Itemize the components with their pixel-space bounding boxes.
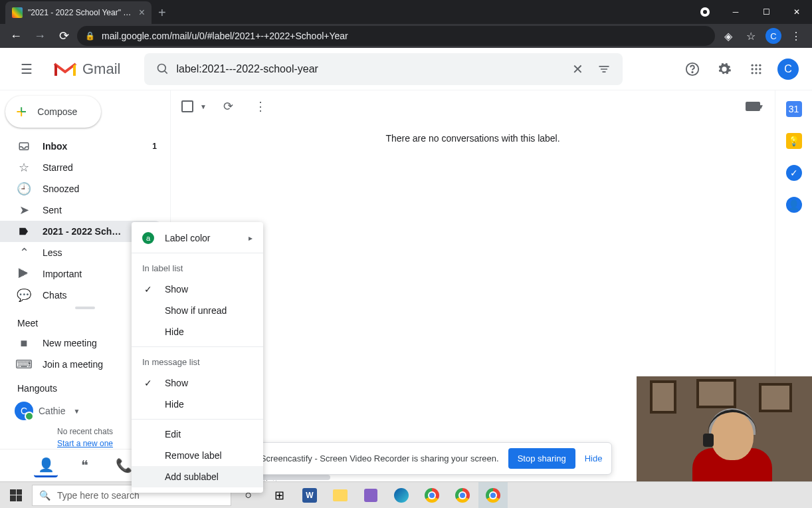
inbox-count: 1 — [152, 142, 157, 151]
input-tool-dropdown-icon[interactable]: ▼ — [758, 103, 764, 110]
main-menu-icon[interactable]: ☰ — [11, 53, 43, 85]
minimize-button[interactable]: ─ — [720, 0, 751, 24]
chrome-app-icon[interactable] — [417, 482, 447, 509]
tab-bar: "2021 - 2022 School Year" - murf × + ─ ☐… — [0, 0, 812, 24]
menu-divider — [132, 419, 263, 420]
file-explorer-icon[interactable] — [326, 482, 355, 509]
refresh-icon[interactable]: ⟳ — [219, 99, 239, 114]
menu-hide-in-messages[interactable]: Hide — [132, 394, 263, 415]
menu-remove-label[interactable]: Remove label — [132, 445, 263, 466]
user-avatar: C — [15, 402, 33, 420]
menu-show-if-unread[interactable]: Show if unread — [132, 300, 263, 321]
compose-label: Compose — [37, 106, 77, 117]
chrome-app-icon-active[interactable] — [478, 482, 508, 509]
sidebar-item-label: 2021 - 2022 Sch… — [43, 226, 121, 237]
webcam-person — [692, 408, 772, 481]
hide-notification-link[interactable]: Hide — [585, 453, 603, 463]
sidebar-item-label: Join a meeting — [43, 359, 103, 370]
start-button[interactable] — [0, 482, 32, 509]
close-window-button[interactable]: ✕ — [781, 0, 812, 24]
gmail-favicon — [12, 7, 23, 18]
gmail-text: Gmail — [82, 61, 120, 78]
inbox-icon — [17, 140, 31, 152]
gmail-header: ☰ Gmail ✕ C — [0, 48, 812, 90]
star-icon: ☆ — [17, 160, 31, 175]
word-app-icon[interactable]: W — [295, 482, 324, 509]
teams-app-icon[interactable] — [356, 482, 385, 509]
apps-grid-icon[interactable] — [743, 56, 769, 82]
color-swatch-icon: a — [142, 232, 154, 244]
sidebar-item-inbox[interactable]: Inbox 1 — [0, 136, 165, 157]
search-input[interactable] — [176, 63, 564, 75]
more-actions-icon[interactable]: ⋮ — [251, 99, 270, 114]
select-all-checkbox[interactable] — [181, 100, 193, 112]
svg-line-1 — [165, 70, 167, 73]
browser-chrome: "2021 - 2022 School Year" - murf × + ─ ☐… — [0, 0, 812, 48]
extension-icon[interactable]: ◈ — [718, 25, 739, 47]
close-tab-icon[interactable]: × — [139, 7, 145, 19]
forward-button[interactable]: → — [29, 25, 51, 47]
calendar-icon[interactable]: 31 — [786, 101, 802, 117]
address-bar: ← → ⟳ 🔒 mail.google.com/mail/u/0/#label/… — [0, 24, 812, 48]
menu-divider — [132, 346, 263, 347]
svg-point-7 — [752, 68, 754, 70]
sidebar-item-snoozed[interactable]: 🕘 Snoozed — [0, 178, 165, 199]
sidebar-item-label: Chats — [43, 290, 67, 301]
svg-point-3 — [692, 71, 692, 72]
search-icon[interactable] — [150, 63, 176, 76]
browser-tab[interactable]: "2021 - 2022 School Year" - murf × — [5, 1, 152, 24]
share-message: Screencastify - Screen Video Recorder is… — [260, 453, 499, 463]
hangouts-username: Cathie — [39, 406, 65, 416]
sidebar-item-starred[interactable]: ☆ Starred — [0, 157, 165, 178]
new-tab-button[interactable]: + — [158, 1, 166, 24]
back-button[interactable]: ← — [5, 25, 27, 47]
menu-hide-in-list[interactable]: Hide — [132, 321, 263, 342]
bookmark-star-icon[interactable]: ☆ — [740, 25, 761, 47]
sidebar-item-label: Important — [43, 269, 82, 279]
chrome-app-icon-2[interactable] — [448, 482, 477, 509]
settings-gear-icon[interactable] — [711, 56, 738, 82]
menu-show-in-messages[interactable]: ✓ Show — [132, 372, 263, 394]
support-icon[interactable] — [679, 56, 706, 82]
gmail-logo[interactable]: Gmail — [53, 60, 120, 78]
search-box[interactable]: ✕ — [144, 53, 623, 85]
maximize-button[interactable]: ☐ — [751, 0, 781, 24]
menu-edit-label[interactable]: Edit — [132, 424, 263, 445]
keep-icon[interactable]: 💡 — [786, 133, 802, 149]
svg-point-0 — [158, 64, 166, 72]
edge-app-icon[interactable] — [387, 482, 416, 509]
person-tab-icon[interactable]: 👤 — [34, 453, 58, 477]
sidebar-item-label: New meeting — [43, 338, 97, 348]
sidebar-item-sent[interactable]: ➤ Sent — [0, 199, 165, 221]
recording-indicator-icon[interactable] — [690, 0, 720, 24]
sidebar-item-label: Less — [43, 247, 62, 258]
svg-point-11 — [755, 72, 757, 74]
svg-point-10 — [752, 72, 754, 74]
chevron-down-icon[interactable]: ▼ — [73, 408, 80, 415]
contacts-icon[interactable]: 👤 — [786, 197, 802, 213]
compose-button[interactable]: + Compose — [5, 96, 101, 128]
label-tag-icon — [17, 225, 31, 237]
chrome-menu-icon[interactable]: ⋮ — [785, 25, 807, 47]
label-context-menu: a Label color ▸ In label list ✓ Show Sho… — [132, 222, 263, 493]
svg-point-4 — [752, 64, 754, 66]
menu-show-in-list[interactable]: ✓ Show — [132, 279, 263, 300]
url-field[interactable]: 🔒 mail.google.com/mail/u/0/#label/2021+-… — [77, 26, 715, 46]
task-view-icon[interactable]: ⊞ — [264, 482, 294, 509]
select-dropdown-icon[interactable]: ▼ — [200, 103, 207, 110]
menu-label-color[interactable]: a Label color ▸ — [132, 227, 263, 249]
empty-label-message: There are no conversations with this lab… — [171, 122, 775, 154]
menu-add-sublabel[interactable]: Add sublabel ↖ — [132, 466, 263, 487]
svg-point-6 — [759, 64, 761, 66]
stop-sharing-button[interactable]: Stop sharing — [508, 448, 575, 469]
tasks-icon[interactable]: ✓ — [786, 165, 802, 181]
windows-taskbar: 🔍 Type here to search ○ ⊞ W — [0, 481, 812, 508]
account-avatar[interactable]: C — [775, 56, 801, 82]
reload-button[interactable]: ⟳ — [53, 25, 74, 47]
profile-button[interactable]: C — [763, 25, 784, 47]
important-icon: ⯈ — [17, 267, 31, 281]
sidebar-item-label: Starred — [43, 162, 73, 173]
search-options-icon[interactable] — [591, 63, 617, 76]
clear-search-icon[interactable]: ✕ — [564, 61, 591, 77]
hangouts-tab-icon[interactable]: ❝ — [73, 453, 97, 477]
